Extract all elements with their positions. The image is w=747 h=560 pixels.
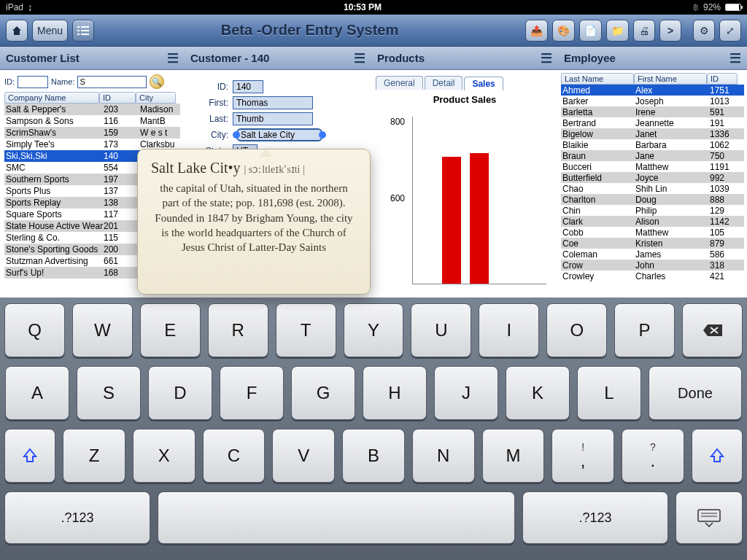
table-row[interactable]: CoeKristen879 [561,238,744,249]
svg-rect-2 [77,30,80,31]
col-last[interactable]: Last Name [561,73,634,85]
tab-general[interactable]: General [376,76,423,90]
table-row[interactable]: ButterfieldJoyce992 [561,172,744,183]
key-z[interactable]: Z [63,429,125,483]
name-filter-input[interactable] [77,76,147,88]
id-input[interactable] [233,80,263,93]
key-x[interactable]: X [133,429,196,483]
table-row[interactable]: BarlettaIrene591 [561,106,744,117]
col-first[interactable]: First Name [634,73,707,85]
table-row[interactable]: BertrandJeannette191 [561,117,744,128]
hamburger-icon[interactable]: ☰ [354,50,365,66]
key-p[interactable]: P [614,303,675,357]
collapse-button[interactable]: ⤢ [719,20,741,42]
key-e[interactable]: E [140,303,201,357]
table-row[interactable]: ScrimShaw's159W e s t [4,127,180,139]
key-numsym[interactable]: .?123 [4,491,150,544]
key-y[interactable]: Y [344,303,404,357]
key-backspace[interactable] [682,303,743,357]
col-id[interactable]: ID [99,92,136,104]
table-row[interactable]: BlaikieBarbara1062 [561,139,744,150]
key-period[interactable]: ?. [622,429,684,483]
table-row[interactable]: BraunJane750 [561,150,744,161]
hamburger-icon[interactable]: ☰ [729,50,741,66]
key-shift[interactable] [4,429,55,483]
key-w[interactable]: W [72,303,133,357]
key-o[interactable]: O [546,303,607,357]
last-label: Last: [199,114,228,124]
col-empid[interactable]: ID [707,73,738,85]
tab-detail[interactable]: Detail [425,76,463,90]
tab-sales[interactable]: Sales [464,77,503,90]
key-comma[interactable]: !, [551,429,614,483]
key-r[interactable]: R [208,303,268,357]
key-b[interactable]: B [342,429,405,483]
bluetooth-icon: ฿ [693,2,699,12]
employee-rows: AhmedAlex1751BarkerJoseph1013BarlettaIre… [561,85,744,281]
last-input[interactable] [233,112,313,125]
col-city[interactable]: City [136,92,176,104]
svg-rect-4 [77,34,80,35]
key-numsym[interactable]: .?123 [522,491,668,544]
folder-button[interactable]: 📁 [606,20,629,42]
key-f[interactable]: F [220,366,284,420]
print-button[interactable]: 🖨 [633,20,655,42]
table-row[interactable]: ClarkAlison1142 [561,216,744,227]
table-row[interactable]: AhmedAlex1751 [561,85,744,96]
table-row[interactable]: ChaoShih Lin1039 [561,183,744,194]
table-row[interactable]: ColemanJames586 [561,249,744,260]
y-tick: 600 [390,193,405,203]
col-company[interactable]: Company Name [4,92,99,104]
table-row[interactable]: CharltonDoug888 [561,194,744,205]
key-v[interactable]: V [272,429,335,483]
id-label: ID: [199,82,228,92]
city-input[interactable] [236,128,322,141]
key-j[interactable]: J [434,366,498,420]
key-space[interactable] [158,491,515,544]
table-row[interactable]: CrowJohn318 [561,260,744,271]
home-button[interactable] [6,20,28,42]
key-c[interactable]: C [203,429,266,483]
key-q[interactable]: Q [4,303,65,357]
doc-button[interactable]: 📄 [579,20,602,42]
settings-button[interactable]: ⚙ [693,20,715,42]
key-i[interactable]: I [479,303,539,357]
table-row[interactable]: Sampson & Sons116MantB [4,115,180,127]
table-row[interactable]: BucceriMatthew1191 [561,161,744,172]
key-s[interactable]: S [77,366,141,420]
key-d[interactable]: D [148,366,212,420]
key-u[interactable]: U [411,303,471,357]
key-k[interactable]: K [506,366,570,420]
key-a[interactable]: A [5,366,69,420]
key-h[interactable]: H [363,366,427,420]
selection-handle-icon[interactable] [233,131,240,139]
paint-button[interactable]: 🎨 [552,20,575,42]
table-row[interactable]: ChinPhilip129 [561,205,744,216]
first-input[interactable] [233,96,313,109]
key-m[interactable]: M [482,429,545,483]
hamburger-icon[interactable]: ☰ [541,50,552,66]
key-n[interactable]: N [412,429,475,483]
key-hide-keyboard[interactable] [676,491,743,544]
key-g[interactable]: G [291,366,355,420]
key-done[interactable]: Done [649,366,742,420]
selection-handle-icon[interactable] [319,131,326,139]
key-l[interactable]: L [577,366,641,420]
table-row[interactable]: CobbMatthew105 [561,227,744,238]
table-row[interactable]: Salt & Pepper's203Madison [4,104,180,115]
export-button[interactable]: 📤 [525,20,548,42]
svg-rect-0 [77,26,80,28]
table-row[interactable]: BarkerJoseph1013 [561,96,744,106]
customer-list-header: Customer List ☰ [0,47,185,70]
key-t[interactable]: T [276,303,336,357]
list-view-button[interactable] [72,20,94,42]
table-row[interactable]: CrowleyCharles421 [561,271,744,281]
key-shift[interactable] [692,429,743,483]
y-tick: 800 [390,117,405,127]
hamburger-icon[interactable]: ☰ [167,50,179,66]
forward-button[interactable]: > [659,20,681,42]
search-icon[interactable]: 🔍 [150,74,164,89]
id-filter-input[interactable] [18,76,48,88]
table-row[interactable]: BigelowJanet1336 [561,128,744,139]
menu-button[interactable]: Menu [32,20,68,42]
